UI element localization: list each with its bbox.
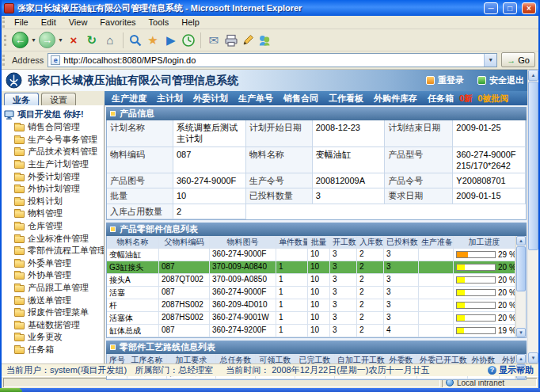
close-button[interactable]: × — [522, 2, 536, 14]
nav-item[interactable]: 外购件库存 — [374, 93, 417, 105]
minimize-button[interactable]: ─ — [484, 2, 498, 14]
module-tab[interactable]: 业务 — [4, 93, 39, 105]
nav-item[interactable]: 销售合同 — [283, 93, 318, 105]
menu-item[interactable]: View — [63, 17, 94, 27]
sidebar-item[interactable]: 销售合同管理 — [4, 121, 104, 134]
toolbar-grip[interactable] — [2, 55, 5, 66]
menu-item[interactable]: Help — [175, 17, 206, 27]
nav-item[interactable]: 生产进度 — [112, 93, 146, 105]
messenger-icon[interactable] — [257, 33, 272, 48]
maximize-button[interactable]: □ — [503, 2, 517, 14]
favorites-icon[interactable]: ★ — [145, 32, 161, 48]
scroll-up-icon[interactable]: ▲ — [528, 70, 538, 81]
column-header[interactable]: 生产准备 — [419, 236, 454, 249]
history-icon[interactable] — [181, 33, 196, 48]
nav-item[interactable]: 外委计划 — [193, 93, 228, 105]
sidebar-item[interactable]: 外委单管理 — [4, 257, 104, 270]
stop-icon[interactable]: × — [66, 32, 82, 48]
progress-label: 20 % — [498, 301, 515, 310]
column-header[interactable]: 入库数 — [357, 236, 384, 249]
sidebar-item[interactable]: 零部件流程工单管理 — [4, 245, 104, 257]
scroll-up-icon[interactable]: ▲ — [516, 236, 526, 245]
page-scrollbar[interactable]: ▲ ▼ — [527, 70, 538, 363]
column-header[interactable]: 已投料数 — [384, 236, 419, 249]
go-button[interactable]: → Go — [501, 52, 535, 67]
table-row[interactable]: 杆 2087HS002 360-209-4D010 1 10 3 2 3 — [107, 299, 515, 312]
nav-item[interactable]: 任务箱 — [428, 93, 454, 105]
sidebar-item[interactable]: 基础数据管理 — [4, 319, 104, 332]
menu-item[interactable]: File — [8, 17, 35, 27]
show-help-link[interactable]: ? 显示帮助 — [488, 364, 534, 376]
module-tab[interactable]: 设置 — [41, 93, 76, 105]
sidebar-item[interactable]: 生产令号事务管理 — [4, 134, 104, 147]
menu-item[interactable]: Edit — [35, 17, 63, 27]
field-label: 计划名称 — [107, 120, 173, 147]
sidebar-item[interactable]: 外协计划管理 — [4, 183, 104, 196]
scroll-thumb[interactable] — [528, 82, 538, 250]
table-row[interactable]: 活塞 087 360-274-9000F 1 10 3 2 3 — [107, 287, 515, 299]
sidebar-item[interactable]: 缴送单管理 — [4, 294, 104, 306]
scroll-down-icon[interactable]: ▼ — [528, 352, 538, 363]
parts-scrollbar[interactable]: ▲ ▼ — [515, 236, 526, 337]
forward-button[interactable]: → — [39, 32, 55, 48]
sidebar-item[interactable]: 报废件管理菜单 — [4, 306, 104, 319]
cell-batch: 10 — [308, 274, 330, 287]
toolbar-grip[interactable] — [2, 17, 5, 28]
media-icon[interactable]: ▶ — [163, 32, 179, 48]
nav-item[interactable]: 生产单号 — [238, 93, 273, 105]
column-header[interactable]: 单件数量 — [276, 236, 308, 249]
address-dropdown-icon[interactable]: ▼ — [484, 54, 496, 67]
scroll-thumb[interactable] — [516, 364, 526, 367]
sidebar-item[interactable]: 产品技术资料管理 — [4, 146, 104, 158]
home-icon[interactable]: ⌂ — [102, 32, 118, 48]
sidebar-item[interactable]: 外协单管理 — [4, 269, 104, 282]
tree-root[interactable]: 项目开发组 你好! — [4, 108, 104, 121]
sidebar-item[interactable]: 产品跟工单管理 — [4, 282, 104, 295]
column-header[interactable]: 物料名称 — [107, 236, 159, 249]
nav-item[interactable]: 主计划 — [157, 93, 183, 105]
taskbox-badge[interactable]: 0新 — [459, 93, 473, 105]
start-button[interactable] — [0, 388, 22, 392]
back-dropdown-icon[interactable]: ▼ — [31, 37, 36, 43]
scroll-down-icon[interactable]: ▼ — [516, 328, 526, 337]
sidebar-item[interactable]: 仓库管理 — [4, 220, 104, 233]
refresh-icon[interactable]: ↻ — [84, 32, 100, 48]
sidebar-item[interactable]: 外委计划管理 — [4, 170, 104, 183]
table-row[interactable]: 活塞体 2087HS002 360-274-9001W 1 10 3 2 3 — [107, 312, 515, 325]
scroll-up-icon[interactable]: ▲ — [516, 354, 526, 363]
print-icon[interactable] — [224, 33, 238, 48]
mail-icon[interactable]: ✉ — [206, 32, 222, 48]
sidebar-item[interactable]: 任务箱 — [4, 344, 104, 356]
sidebar-item[interactable]: 投料计划 — [4, 196, 104, 208]
table-row[interactable]: 缸体总成 087 360-274-9200F 1 10 3 2 4 — [107, 325, 515, 337]
taskbox-badge[interactable]: 0被批阅 — [477, 93, 508, 105]
scroll-track[interactable] — [516, 363, 526, 370]
column-header[interactable]: 批量 — [308, 236, 330, 249]
table-row[interactable]: G3缸接头 087 370-009-A0840 1 10 3 2 3 — [107, 261, 515, 274]
sidebar-item[interactable]: 物料管理 — [4, 207, 104, 220]
edit-icon[interactable] — [241, 33, 255, 48]
sidebar-item[interactable]: 业务更改 — [4, 331, 104, 344]
relogin-button[interactable]: 重登录 — [426, 74, 464, 86]
scroll-thumb[interactable] — [516, 246, 526, 291]
column-header[interactable]: 父物料编码 — [159, 236, 210, 249]
menu-item[interactable]: Favorites — [93, 17, 142, 27]
column-header[interactable]: 加工进度 — [454, 236, 515, 249]
search-icon[interactable] — [128, 33, 143, 48]
back-button[interactable]: ← — [12, 32, 29, 48]
column-header[interactable]: 开工数 — [330, 236, 357, 249]
table-row[interactable]: 变幅油缸 360-274-9000F 10 3 2 3 — [107, 249, 515, 261]
logout-button[interactable]: 安全退出 — [477, 74, 524, 86]
scroll-track[interactable] — [516, 245, 526, 328]
toolbar-grip[interactable] — [4, 35, 6, 46]
column-header[interactable]: 物料图号 — [210, 236, 276, 249]
menu-item[interactable]: Tools — [143, 17, 176, 27]
scroll-track[interactable] — [528, 81, 538, 352]
sidebar-item[interactable]: 主生产计划管理 — [4, 158, 104, 171]
table-row[interactable]: 接头A 2087QT002 370-009-A0850 1 10 3 2 3 — [107, 274, 515, 287]
sidebar-item[interactable]: 企业标准件管理 — [4, 232, 104, 245]
nav-item[interactable]: 工作看板 — [329, 93, 363, 105]
window-titlebar[interactable]: 张家口长城液压油缸有限公司管理信息系统 - Microsoft Internet… — [2, 0, 538, 16]
address-input[interactable]: e http://localhost:8080/MPS/login.do ▼ — [48, 53, 497, 67]
forward-dropdown-icon[interactable]: ▼ — [58, 37, 63, 43]
